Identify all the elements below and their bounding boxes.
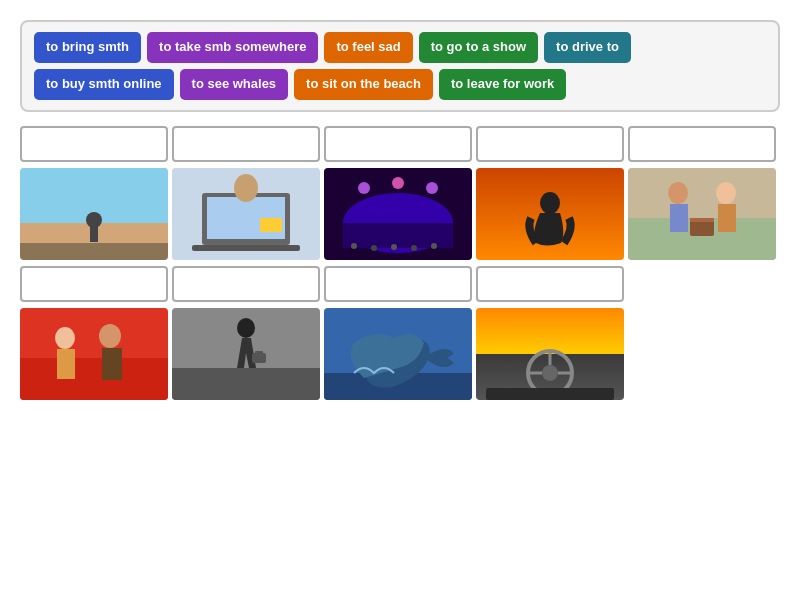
chip-beach[interactable]: to sit on the beach <box>294 69 433 100</box>
drop-zone-6[interactable] <box>20 266 168 302</box>
svg-rect-39 <box>172 368 320 400</box>
svg-rect-37 <box>102 348 122 380</box>
drop-zone-2[interactable] <box>172 126 320 162</box>
svg-rect-13 <box>343 223 453 248</box>
svg-rect-33 <box>20 358 168 400</box>
image-online <box>172 168 320 260</box>
chip-leave[interactable]: to leave for work <box>439 69 566 100</box>
chip-go[interactable]: to go to a show <box>419 32 538 63</box>
svg-point-40 <box>237 318 255 338</box>
svg-point-48 <box>542 365 558 381</box>
image-show <box>324 168 472 260</box>
svg-point-26 <box>668 182 688 204</box>
svg-point-36 <box>99 324 121 348</box>
svg-point-20 <box>411 245 417 251</box>
svg-rect-31 <box>690 218 714 222</box>
drop-zone-4[interactable] <box>476 126 624 162</box>
svg-rect-27 <box>670 204 688 232</box>
chip-feel[interactable]: to feel sad <box>324 32 412 63</box>
svg-point-21 <box>431 243 437 249</box>
svg-rect-35 <box>57 349 75 379</box>
image-beach <box>20 168 168 260</box>
image-drive <box>476 308 624 400</box>
svg-point-17 <box>351 243 357 249</box>
image-whale <box>324 308 472 400</box>
svg-rect-2 <box>20 243 168 260</box>
drop-zone-7[interactable] <box>172 266 320 302</box>
image-sad <box>476 168 624 260</box>
image-walk <box>172 308 320 400</box>
svg-point-34 <box>55 327 75 349</box>
svg-point-18 <box>371 245 377 251</box>
svg-point-3 <box>86 212 102 228</box>
svg-point-19 <box>391 244 397 250</box>
drop-zone-3[interactable] <box>324 126 472 162</box>
svg-point-9 <box>234 174 258 202</box>
svg-rect-29 <box>718 204 736 232</box>
chip-bring[interactable]: to bring smth <box>34 32 141 63</box>
chip-take[interactable]: to take smb somewhere <box>147 32 318 63</box>
svg-rect-4 <box>90 226 98 242</box>
svg-point-16 <box>426 182 438 194</box>
drop-zone-1[interactable] <box>20 126 168 162</box>
chip-buy[interactable]: to buy smth online <box>34 69 174 100</box>
word-bank: to bring smth to take smb somewhere to f… <box>20 20 780 112</box>
main-container: to bring smth to take smb somewhere to f… <box>0 0 800 410</box>
drop-zone-8[interactable] <box>324 266 472 302</box>
svg-point-23 <box>540 192 560 214</box>
svg-rect-42 <box>255 351 263 354</box>
image-bring <box>628 168 776 260</box>
svg-rect-10 <box>260 218 282 232</box>
svg-rect-52 <box>486 388 614 400</box>
svg-rect-41 <box>252 353 266 363</box>
svg-point-28 <box>716 182 736 204</box>
svg-point-14 <box>358 182 370 194</box>
drop-zone-9[interactable] <box>476 266 624 302</box>
chip-whales[interactable]: to see whales <box>180 69 289 100</box>
drop-zone-5[interactable] <box>628 126 776 162</box>
svg-point-15 <box>392 177 404 189</box>
svg-rect-8 <box>192 245 300 251</box>
chip-drive[interactable]: to drive to <box>544 32 631 63</box>
image-take <box>20 308 168 400</box>
